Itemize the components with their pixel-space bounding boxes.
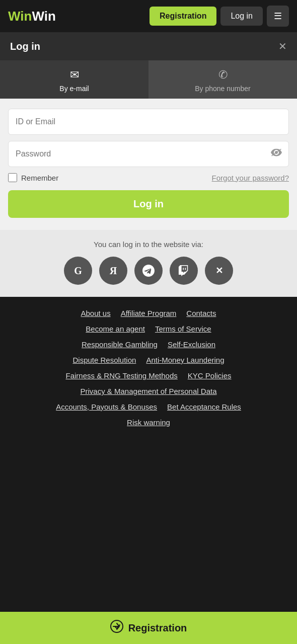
footer-link-privacy[interactable]: Privacy & Management of Personal Data	[81, 387, 217, 395]
bottom-registration-bar[interactable]: Registration	[0, 612, 297, 644]
logo-part2: Win	[32, 9, 55, 24]
eye-icon[interactable]	[271, 149, 282, 159]
footer-link-accounts[interactable]: Accounts, Payouts & Bonuses	[56, 403, 157, 411]
footer-link-aml[interactable]: Anti-Money Laundering	[146, 356, 224, 364]
tab-phone-label: By phone number	[195, 85, 251, 93]
logo-part1: Win	[8, 9, 32, 24]
header-login-button[interactable]: Log in	[220, 7, 263, 26]
password-wrapper	[8, 141, 289, 167]
remember-label: Remember	[8, 173, 58, 182]
footer-link-risk[interactable]: Risk warning	[127, 418, 170, 427]
email-icon: ✉	[70, 68, 79, 82]
login-button[interactable]: Log in	[8, 190, 289, 218]
social-section: You can log in to the website via: G Я ✕	[0, 230, 297, 297]
registration-icon	[110, 620, 123, 636]
tab-phone[interactable]: ✆ By phone number	[148, 60, 297, 99]
remember-text: Remember	[21, 174, 58, 182]
footer-link-contacts[interactable]: Contacts	[186, 309, 216, 317]
logo: WinWin	[8, 9, 56, 24]
password-field[interactable]	[8, 141, 289, 167]
tab-email[interactable]: ✉ By e-mail	[0, 60, 148, 99]
telegram-login-button[interactable]	[134, 257, 163, 285]
footer-row-1: About us Affiliate Program Contacts	[10, 309, 287, 317]
footer-link-dispute[interactable]: Dispute Resolution	[72, 356, 136, 364]
x-login-button[interactable]: ✕	[205, 257, 233, 285]
social-icons: G Я ✕	[8, 257, 289, 285]
forgot-password-link[interactable]: Forgot your password?	[212, 174, 289, 182]
remember-checkbox[interactable]	[8, 173, 17, 182]
bottom-registration-label: Registration	[128, 622, 187, 634]
footer-link-kyc[interactable]: KYC Policies	[188, 371, 232, 380]
login-panel: Log in ✕ ✉ By e-mail ✆ By phone number	[0, 32, 297, 297]
google-login-button[interactable]: G	[64, 257, 92, 285]
footer-row-5: Fairness & RNG Testing Methods KYC Polic…	[10, 371, 287, 380]
footer-link-become-agent[interactable]: Become an agent	[86, 325, 145, 333]
footer-link-fairness[interactable]: Fairness & RNG Testing Methods	[65, 371, 177, 380]
close-button[interactable]: ✕	[278, 40, 287, 52]
yandex-login-button[interactable]: Я	[99, 257, 127, 285]
tab-email-label: By e-mail	[59, 85, 89, 93]
twitch-login-button[interactable]	[170, 257, 198, 285]
footer-row-2: Become an agent Terms of Service	[10, 325, 287, 333]
login-tabs: ✉ By e-mail ✆ By phone number	[0, 60, 297, 99]
footer-row-7: Accounts, Payouts & Bonuses Bet Acceptan…	[10, 403, 287, 411]
footer-link-affiliate[interactable]: Affiliate Program	[121, 309, 177, 317]
header-actions: Registration Log in ☰	[150, 6, 289, 27]
footer-link-terms[interactable]: Terms of Service	[155, 325, 211, 333]
footer-link-self-exclusion[interactable]: Self-Exclusion	[168, 340, 215, 349]
footer-link-about[interactable]: About us	[81, 309, 110, 317]
phone-icon: ✆	[218, 68, 228, 82]
footer-link-bet-acceptance[interactable]: Bet Acceptance Rules	[167, 403, 241, 411]
login-title-bar: Log in ✕	[0, 32, 297, 60]
footer-row-4: Dispute Resolution Anti-Money Laundering	[10, 356, 287, 364]
header-registration-button[interactable]: Registration	[150, 7, 216, 26]
footer-row-3: Responsible Gambling Self-Exclusion	[10, 340, 287, 349]
header-menu-button[interactable]: ☰	[267, 6, 289, 27]
hamburger-icon: ☰	[274, 11, 282, 21]
social-text: You can log in to the website via:	[8, 240, 289, 249]
remember-row: Remember Forgot your password?	[8, 173, 289, 182]
footer-links: About us Affiliate Program Contacts Beco…	[0, 297, 297, 449]
header: WinWin Registration Log in ☰	[0, 0, 297, 32]
footer-link-responsible[interactable]: Responsible Gambling	[82, 340, 158, 349]
footer-row-8: Risk warning	[10, 418, 287, 427]
footer-row-6: Privacy & Management of Personal Data	[10, 387, 287, 395]
email-field[interactable]	[8, 109, 289, 135]
login-form: Remember Forgot your password? Log in	[0, 99, 297, 230]
login-title: Log in	[10, 41, 40, 52]
